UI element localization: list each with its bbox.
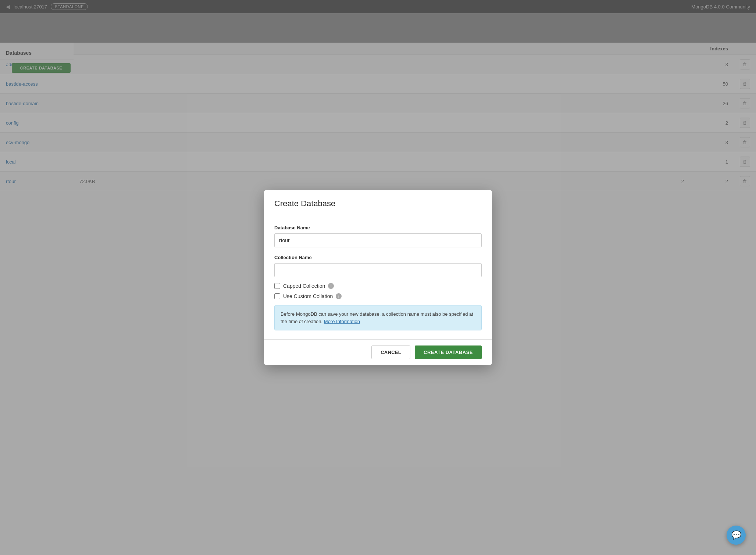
collection-name-label: Collection Name — [274, 255, 482, 260]
info-box: Before MongoDB can save your new databas… — [274, 305, 482, 330]
modal-header: Create Database — [264, 190, 492, 216]
info-text: Before MongoDB can save your new databas… — [281, 311, 473, 324]
create-database-button[interactable]: CREATE DATABASE — [415, 345, 482, 359]
capped-collection-group: Capped Collection i — [274, 283, 482, 289]
modal-footer: CANCEL CREATE DATABASE — [264, 339, 492, 365]
cancel-button[interactable]: CANCEL — [371, 345, 410, 359]
chat-icon: 💬 — [731, 530, 741, 540]
collation-info-icon[interactable]: i — [336, 293, 342, 299]
chat-button[interactable]: 💬 — [727, 526, 746, 545]
modal-body: Database Name Collection Name Capped Col… — [264, 216, 492, 339]
main-content: Databases CREATE DATABASE Database Name … — [0, 43, 756, 555]
custom-collation-group: Use Custom Collation i — [274, 293, 482, 299]
capped-info-icon[interactable]: i — [328, 283, 334, 289]
modal-overlay: Create Database Database Name Collection… — [0, 0, 756, 555]
db-name-input[interactable] — [274, 233, 482, 247]
more-information-link[interactable]: More Information — [324, 319, 360, 324]
collection-name-input[interactable] — [274, 263, 482, 277]
custom-collation-checkbox[interactable] — [274, 293, 280, 299]
modal-title: Create Database — [274, 199, 482, 208]
capped-collection-checkbox[interactable] — [274, 283, 280, 289]
create-database-modal: Create Database Database Name Collection… — [264, 190, 492, 365]
custom-collation-label: Use Custom Collation — [283, 293, 333, 299]
capped-collection-label: Capped Collection — [283, 283, 325, 289]
db-name-label: Database Name — [274, 225, 482, 230]
